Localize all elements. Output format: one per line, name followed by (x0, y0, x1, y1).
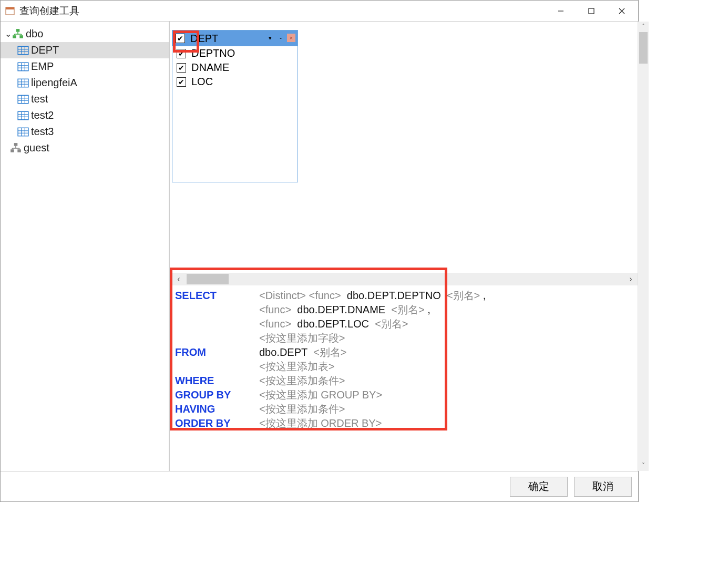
svg-rect-7 (13, 35, 16, 38)
dropdown-icon[interactable]: ▾ (266, 34, 274, 42)
scroll-thumb[interactable] (187, 274, 229, 284)
table-icon (17, 127, 29, 137)
body-area: ⌄ dbo DEPT EMP lipengfeiA (1, 22, 638, 471)
field-name[interactable]: dbo.DEPT.DNAME (297, 304, 385, 315)
tree-label: DEPT (31, 44, 59, 56)
tree-node-table[interactable]: DEPT (1, 42, 169, 58)
svg-rect-23 (18, 79, 28, 87)
minimize-button[interactable] (546, 1, 576, 21)
table-widget-header[interactable]: ✔ DEPT ▾ - × (172, 30, 298, 46)
sql-from-row[interactable]: FROM dbo.DEPT <别名> (175, 345, 633, 360)
tree-label: EMP (31, 60, 54, 73)
app-icon (5, 6, 15, 16)
tree-node-table[interactable]: lipengfeiA (1, 75, 169, 91)
tree-node-table[interactable]: test (1, 91, 169, 107)
table-icon (17, 78, 29, 88)
schema-icon (12, 29, 24, 39)
titlebar: 查询创建工具 (1, 1, 638, 22)
design-canvas: ✔ DEPT ▾ - × ✔ DEPTNO ✔ DNAME (170, 22, 638, 471)
table-widget-controls: ▾ - × (266, 34, 295, 42)
schema-icon (10, 143, 22, 153)
minimize-icon[interactable]: - (276, 34, 285, 42)
svg-rect-28 (18, 95, 28, 103)
add-groupby-placeholder[interactable]: <按这里添加 GROUP BY> (259, 388, 382, 402)
add-field-placeholder[interactable]: <按这里添加字段> (259, 331, 633, 345)
alias-placeholder[interactable]: <别名> (391, 304, 424, 315)
cancel-button[interactable]: 取消 (574, 477, 632, 497)
tree-node-table[interactable]: test2 (1, 107, 169, 124)
column-checkbox[interactable]: ✔ (177, 77, 186, 87)
column-checkbox[interactable]: ✔ (177, 63, 186, 73)
sql-groupby-row[interactable]: GROUP BY <按这里添加 GROUP BY> (175, 388, 633, 402)
chevron-down-icon[interactable]: ⌄ (4, 29, 12, 39)
svg-rect-45 (17, 149, 21, 152)
select-keyword: SELECT (175, 289, 259, 303)
scroll-down-icon[interactable]: ˅ (638, 460, 649, 471)
sql-having-row[interactable]: HAVING <按这里添加条件> (175, 402, 633, 416)
sql-where-row[interactable]: WHERE <按这里添加条件> (175, 374, 633, 388)
query-builder-window: 查询创建工具 ⌄ dbo (0, 0, 639, 502)
close-icon[interactable]: × (287, 34, 295, 42)
from-table[interactable]: dbo.DEPT (259, 346, 307, 358)
tree-node-table[interactable]: test3 (1, 124, 169, 140)
add-condition-placeholder[interactable]: <按这里添加条件> (259, 402, 345, 416)
sql-select-item[interactable]: <func> dbo.DEPT.LOC <别名> (259, 317, 633, 331)
column-checkbox[interactable]: ✔ (177, 49, 186, 58)
close-button[interactable] (607, 1, 637, 21)
ok-button[interactable]: 确定 (510, 477, 568, 497)
svg-rect-13 (18, 46, 28, 54)
tree-label: test3 (31, 126, 54, 138)
select-all-checkbox[interactable]: ✔ (176, 34, 185, 43)
tree-label: guest (24, 142, 49, 154)
table-icon (17, 61, 29, 72)
column-label: DEPTNO (191, 47, 235, 59)
tree-label: test2 (31, 109, 54, 121)
svg-rect-33 (18, 111, 28, 119)
maximize-button[interactable] (576, 1, 607, 21)
field-name[interactable]: dbo.DEPT.DEPTNO (347, 290, 441, 301)
sql-select-item[interactable]: <func> dbo.DEPT.DNAME <别名> , (259, 303, 633, 317)
svg-rect-44 (11, 149, 14, 152)
column-label: LOC (191, 76, 213, 88)
column-label: DNAME (191, 61, 229, 74)
sql-select-row[interactable]: SELECT <Distinct> <func> dbo.DEPT.DEPTNO… (175, 289, 633, 303)
window-controls (546, 1, 637, 21)
groupby-keyword: GROUP BY (175, 388, 259, 402)
sql-orderby-row[interactable]: ORDER BY <按这里添加 ORDER BY> (175, 416, 633, 430)
alias-placeholder[interactable]: <别名> (447, 290, 480, 301)
window-title: 查询创建工具 (19, 4, 546, 18)
tree-node-schema[interactable]: ⌄ dbo (1, 26, 169, 42)
add-table-placeholder[interactable]: <按这里添加表> (259, 360, 633, 374)
tree-node-table[interactable]: EMP (1, 58, 169, 75)
add-condition-placeholder[interactable]: <按这里添加条件> (259, 374, 345, 388)
func-placeholder[interactable]: <func> (309, 290, 341, 301)
add-orderby-placeholder[interactable]: <按这里添加 ORDER BY> (259, 416, 382, 430)
func-placeholder[interactable]: <func> (259, 304, 291, 315)
distinct-placeholder[interactable]: <Distinct> (259, 290, 306, 301)
alias-placeholder[interactable]: <别名> (313, 346, 346, 358)
scroll-right-icon[interactable]: › (624, 273, 638, 285)
tree-label: test (31, 93, 48, 105)
svg-rect-43 (14, 143, 18, 146)
scroll-thumb[interactable] (639, 32, 648, 64)
column-row[interactable]: ✔ DNAME (172, 60, 298, 75)
vertical-scrollbar[interactable]: ˄ ˅ (638, 22, 649, 471)
horizontal-scrollbar[interactable]: ‹ › (172, 273, 638, 285)
table-icon (17, 94, 29, 105)
sql-builder-pane: SELECT <Distinct> <func> dbo.DEPT.DEPTNO… (172, 285, 638, 434)
column-row[interactable]: ✔ LOC (172, 75, 298, 89)
func-placeholder[interactable]: <func> (259, 318, 291, 330)
svg-rect-8 (19, 35, 23, 38)
alias-placeholder[interactable]: <别名> (375, 318, 408, 330)
svg-rect-1 (6, 7, 14, 9)
orderby-keyword: ORDER BY (175, 416, 259, 430)
tree-label: dbo (26, 28, 43, 40)
tree-children: DEPT EMP lipengfeiA test test2 (1, 42, 169, 140)
scroll-up-icon[interactable]: ˄ (638, 22, 649, 32)
field-name[interactable]: dbo.DEPT.LOC (297, 318, 369, 330)
scroll-left-icon[interactable]: ‹ (172, 273, 186, 285)
column-row[interactable]: ✔ DEPTNO (172, 46, 298, 60)
table-widget[interactable]: ✔ DEPT ▾ - × ✔ DEPTNO ✔ DNAME (172, 30, 298, 182)
svg-rect-3 (589, 8, 594, 14)
tree-node-schema[interactable]: guest (1, 140, 169, 156)
